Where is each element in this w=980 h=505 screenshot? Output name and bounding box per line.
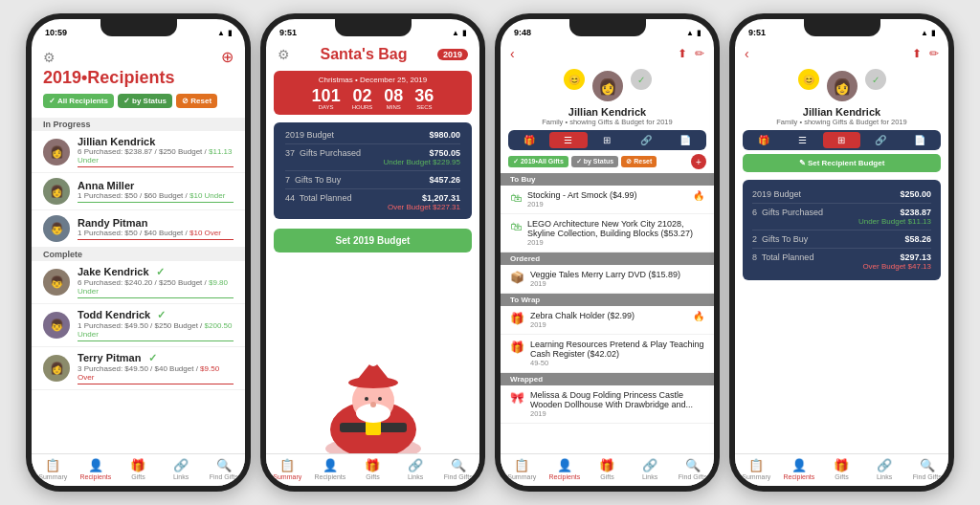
nav-summary-3[interactable]: 📋Summary bbox=[501, 458, 544, 480]
nav-recipients-3[interactable]: 👤Recipients bbox=[544, 458, 587, 480]
budget-table-2: 2019 Budget $980.00 37 Gifts Purchased $… bbox=[274, 122, 472, 219]
filter-year-gifts[interactable]: ✓ 2019•All Gifts bbox=[508, 156, 568, 167]
avatar-randy: 👨 bbox=[43, 215, 70, 242]
time-1: 10:59 bbox=[45, 28, 67, 37]
nav-links-2[interactable]: 🔗Links bbox=[394, 458, 437, 480]
recipient-terry[interactable]: 👩 Terry Pitman ✓ 3 Purchased: $49.50 / $… bbox=[32, 347, 245, 390]
svg-point-10 bbox=[378, 397, 382, 401]
nav-findgifts-2[interactable]: 🔍Find Gifts bbox=[436, 458, 479, 480]
hours-label: HOURS bbox=[352, 104, 373, 110]
days-value: 101 bbox=[312, 87, 341, 104]
budget-sub-1: Under Budget $229.95 bbox=[383, 158, 460, 166]
gift-action-zebra[interactable]: 🔥 bbox=[693, 311, 704, 321]
reset-filter[interactable]: ⊘ Reset bbox=[176, 94, 217, 108]
nav-findgifts-3[interactable]: 🔍Find Gifts bbox=[671, 458, 714, 480]
budget-sub-3: Over Budget $227.31 bbox=[388, 203, 460, 211]
nav-links-1[interactable]: 🔗Links bbox=[160, 458, 203, 480]
back-button-3[interactable]: ‹ bbox=[510, 46, 515, 61]
gift-name-dollhouse: Melissa & Doug Folding Princess Castle W… bbox=[530, 390, 704, 409]
recipient-sub-randy: 1 Purchased: $50 / $40 Budget / $10 Over bbox=[78, 229, 234, 237]
set-budget-button[interactable]: Set 2019 Budget bbox=[274, 229, 472, 252]
tab-grid-3[interactable]: ⊞ bbox=[589, 132, 627, 148]
tab-grid-4[interactable]: ⊞ bbox=[823, 132, 861, 148]
budget4-row-tobuy: 2 Gifts To Buy $58.26 bbox=[752, 231, 931, 249]
set-recipient-budget-button[interactable]: ✎ Set Recipient Budget bbox=[743, 154, 941, 172]
gift-icon-cashregister: 🎁 bbox=[510, 340, 524, 354]
edit-icon-4[interactable]: ✏ bbox=[929, 47, 939, 60]
add-recipient-icon[interactable]: ⊕ bbox=[221, 48, 234, 66]
nav-summary-4[interactable]: 📋Summary bbox=[735, 458, 778, 480]
add-gift-button[interactable]: + bbox=[691, 154, 706, 169]
nav-recipients-2[interactable]: 👤Recipients bbox=[309, 458, 352, 480]
complete-header: Complete bbox=[32, 248, 245, 261]
recipient-jake[interactable]: 👦 Jake Kendrick ✓ 6 Purchased: $240.20 /… bbox=[32, 261, 245, 304]
gift-icon-stocking: 🛍 bbox=[510, 191, 522, 205]
gift-name-cashregister: Learning Resources Pretend & Play Teachi… bbox=[530, 340, 704, 359]
filter-reset-3[interactable]: ⊘ Reset bbox=[621, 156, 657, 167]
recipient-jillian[interactable]: 👩 Jillian Kendrick 6 Purchased: $238.87 … bbox=[32, 131, 245, 173]
budget-row-tobuy: 7 Gifts To Buy $457.26 bbox=[285, 171, 460, 189]
nav-summary-1[interactable]: 📋Summary bbox=[32, 458, 75, 480]
edit-icon-3[interactable]: ✏ bbox=[695, 47, 704, 60]
tab-link-4[interactable]: 🔗 bbox=[861, 132, 900, 148]
budget4-label-2: 2 Gifts To Buy bbox=[752, 234, 808, 244]
nav-gifts-2[interactable]: 🎁Gifts bbox=[351, 458, 394, 480]
wifi-icon-2: ▲ bbox=[452, 29, 459, 37]
tab-list-3[interactable]: ☰ bbox=[549, 132, 588, 148]
nav-findgifts-4[interactable]: 🔍Find Gifts bbox=[905, 458, 948, 480]
gift-veggie[interactable]: 📦 Veggie Tales Merry Larry DVD ($15.89) … bbox=[501, 265, 714, 294]
avatar-terry: 👩 bbox=[43, 355, 70, 382]
nav-gifts-4[interactable]: 🎁Gifts bbox=[820, 458, 863, 480]
nav-links-4[interactable]: 🔗Links bbox=[863, 458, 906, 480]
nav-summary-2[interactable]: 📋Summary bbox=[266, 458, 309, 480]
gift-dollhouse[interactable]: 🎀 Melissa & Doug Folding Princess Castle… bbox=[501, 385, 714, 424]
all-recipients-filter[interactable]: ✓ All Recipients bbox=[43, 94, 114, 108]
p3-header: ‹ ⬆ ✏ bbox=[501, 42, 714, 65]
tab-link-3[interactable]: 🔗 bbox=[627, 132, 665, 148]
by-status-filter[interactable]: ✓ by Status bbox=[118, 94, 172, 108]
settings-icon-1[interactable]: ⚙ bbox=[43, 50, 56, 65]
nav-recipients-4[interactable]: 👤Recipients bbox=[778, 458, 821, 480]
avatar-main-4: 👩 bbox=[825, 69, 859, 103]
progress-bar-anna bbox=[78, 202, 234, 203]
budget-amount-1: $750.05 bbox=[383, 148, 460, 158]
recipient-todd[interactable]: 👦 Todd Kendrick ✓ 1 Purchased: $49.50 / … bbox=[32, 304, 245, 347]
nav-gifts-3[interactable]: 🎁Gifts bbox=[586, 458, 629, 480]
nav-findgifts-1[interactable]: 🔍Find Gifts bbox=[202, 458, 245, 480]
title-main: Recipients bbox=[87, 68, 174, 87]
avatar-todd: 👦 bbox=[43, 312, 70, 339]
tab-page-4[interactable]: 📄 bbox=[901, 132, 939, 148]
gift-action-stocking[interactable]: 🔥 bbox=[693, 190, 704, 201]
nav-links-3[interactable]: 🔗Links bbox=[629, 458, 672, 480]
back-button-4[interactable]: ‹ bbox=[745, 46, 749, 61]
budget4-sub-1: Under Budget $11.13 bbox=[858, 217, 931, 226]
tab-page-3[interactable]: 📄 bbox=[666, 132, 704, 148]
gift-name-veggie: Veggie Tales Merry Larry DVD ($15.89) bbox=[530, 270, 704, 279]
settings-icon-2[interactable]: ⚙ bbox=[278, 47, 290, 62]
recipient-name-anna: Anna Miller bbox=[78, 180, 234, 191]
gift-info-zebra: Zebra Chalk Holder ($2.99) 2019 bbox=[530, 311, 687, 329]
tab-list-4[interactable]: ☰ bbox=[784, 132, 822, 148]
nav-recipients-1[interactable]: 👤Recipients bbox=[75, 458, 118, 480]
share-icon-3[interactable]: ⬆ bbox=[678, 47, 687, 60]
tab-gift-4[interactable]: 🎁 bbox=[745, 132, 783, 148]
filter-status-3[interactable]: ✓ by Status bbox=[571, 156, 618, 167]
section-ordered-3: Ordered bbox=[501, 252, 714, 265]
nav-gifts-1[interactable]: 🎁Gifts bbox=[117, 458, 160, 480]
budget-label-3: 44 Total Planned bbox=[285, 193, 351, 203]
avatar-jake: 👦 bbox=[43, 269, 70, 296]
budget-row-total-budget: 2019 Budget $980.00 bbox=[285, 126, 460, 144]
phone4-content: ‹ ⬆ ✏ 😊 👩 ✓ Jillian Kendrick Family • sh… bbox=[735, 42, 948, 486]
gift-lego[interactable]: 🛍 LEGO Architecture New York City 21028,… bbox=[501, 214, 714, 252]
profile-avatars-4: 😊 👩 ✓ bbox=[798, 69, 886, 103]
gift-cashregister[interactable]: 🎁 Learning Resources Pretend & Play Teac… bbox=[501, 335, 714, 373]
gift-zebra[interactable]: 🎁 Zebra Chalk Holder ($2.99) 2019 🔥 bbox=[501, 306, 714, 335]
recipient-randy[interactable]: 👨 Randy Pitman 1 Purchased: $50 / $40 Bu… bbox=[32, 210, 245, 248]
tab-gift-3[interactable]: 🎁 bbox=[510, 132, 548, 148]
gift-stocking[interactable]: 🛍 Stocking - Art Smock ($4.99) 2019 🔥 bbox=[501, 186, 714, 214]
gift-info-lego: LEGO Architecture New York City 21028, S… bbox=[527, 219, 704, 247]
profile-sub-4: Family • showing Gifts & Budget for 2019 bbox=[776, 118, 906, 126]
recipient-anna[interactable]: 👩 Anna Miller 1 Purchased: $50 / $60 Bud… bbox=[32, 173, 245, 210]
share-icon-4[interactable]: ⬆ bbox=[912, 47, 922, 60]
countdown-date: Christmas • December 25, 2019 bbox=[283, 76, 462, 84]
